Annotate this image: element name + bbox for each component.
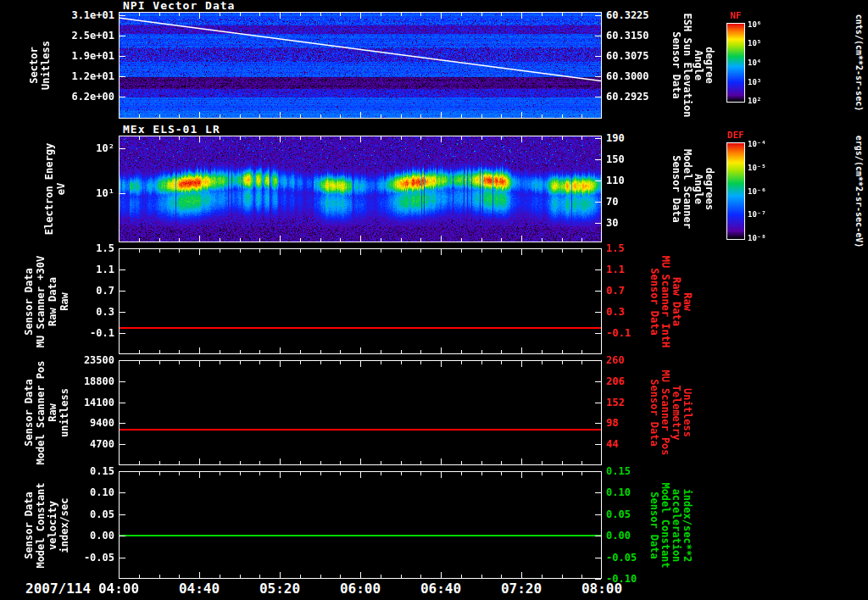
colorbar-tick-label: 10⁶	[748, 20, 761, 28]
colorbar-tick-label: 10³	[748, 78, 761, 86]
x-tick-mark	[481, 238, 482, 242]
right-y-tick-label: 0.15	[606, 466, 631, 476]
x-tick-mark	[401, 249, 402, 253]
x-axis-time-label: 05:20	[259, 582, 300, 596]
x-tick-mark	[259, 13, 260, 16]
x-tick-mark	[259, 350, 260, 353]
x-tick-mark	[199, 112, 200, 118]
x-tick-mark	[340, 136, 341, 140]
x-tick-mark	[340, 13, 341, 16]
x-tick-mark	[220, 114, 220, 118]
x-tick-mark	[441, 472, 442, 478]
y-tick-label: -0.05	[84, 553, 114, 563]
y-axis-title-line: Sensor Data	[24, 379, 35, 446]
right-axis-title-line: Angle	[693, 50, 704, 81]
x-tick-mark	[581, 238, 582, 242]
x-tick-mark	[240, 361, 241, 364]
x-tick-mark	[159, 249, 160, 253]
colorbar-tick-label: 10²	[748, 97, 761, 105]
x-tick-mark	[340, 361, 341, 364]
x-tick-mark	[179, 13, 180, 16]
colorbar-label: DEF	[727, 131, 744, 140]
x-tick-mark	[501, 361, 502, 364]
x-tick-mark	[280, 472, 281, 478]
y-tick-mark	[120, 360, 125, 361]
right-axis-title-line: ESH Sun Elevation	[682, 14, 693, 118]
x-tick-mark	[401, 575, 402, 578]
x-tick-mark	[179, 472, 180, 475]
x-tick-mark	[581, 361, 582, 364]
x-tick-mark	[461, 238, 462, 242]
x-tick-mark	[220, 461, 220, 464]
x-tick-mark	[542, 238, 542, 242]
right-y-tick-mark	[595, 291, 601, 292]
x-tick-mark	[521, 572, 522, 578]
x-tick-mark	[320, 575, 321, 578]
x-tick-mark	[159, 238, 160, 242]
y-axis-title-line: Sensor Data	[24, 492, 35, 558]
x-tick-mark	[139, 461, 140, 464]
x-tick-mark	[461, 136, 462, 140]
right-y-tick-mark	[595, 202, 601, 203]
y-tick-mark	[120, 193, 125, 194]
x-tick-mark	[581, 136, 582, 140]
x-tick-mark	[481, 472, 482, 475]
x-tick-mark	[401, 472, 402, 475]
x-tick-mark	[159, 350, 160, 353]
x-tick-mark	[481, 461, 482, 464]
series-line-mu-scanner-30v	[120, 327, 601, 329]
x-tick-mark	[562, 13, 563, 16]
y-tick-mark	[120, 248, 125, 249]
x-tick-mark	[381, 361, 381, 364]
x-tick-mark	[340, 472, 341, 475]
x-tick-mark	[441, 249, 442, 255]
x-tick-mark	[420, 249, 421, 253]
x-tick-mark	[300, 472, 301, 475]
x-tick-mark	[139, 136, 140, 140]
x-tick-mark	[521, 112, 522, 118]
panel-mu-scanner-30v	[119, 248, 602, 354]
y-tick-label: 1.1	[96, 264, 114, 275]
series-line-scanner-pos	[120, 429, 601, 431]
x-tick-mark	[441, 347, 442, 353]
x-tick-mark	[220, 238, 220, 242]
x-tick-mark	[280, 136, 281, 142]
x-tick-mark	[179, 249, 180, 253]
x-tick-mark	[259, 575, 260, 578]
y-axis-title-line: velocity	[47, 501, 58, 550]
x-tick-mark	[381, 136, 381, 140]
x-tick-mark	[199, 361, 200, 367]
y-tick-label: 10¹	[96, 188, 114, 198]
right-y-tick-label: -0.1	[606, 328, 631, 338]
x-axis-time-label: 08:00	[581, 582, 622, 596]
right-y-tick-label: 0.7	[606, 286, 625, 296]
x-tick-mark	[521, 458, 522, 464]
right-axis-title-line: MU Scanner IntH	[659, 255, 670, 347]
right-axis-title-line: Sensor Data	[648, 268, 659, 335]
npi-spectrogram-canvas	[120, 13, 601, 118]
x-tick-mark	[159, 472, 160, 475]
x-tick-mark	[340, 249, 341, 253]
colorbar-tick-label: 10⁻⁵	[748, 164, 766, 171]
right-y-tick-mark	[595, 181, 601, 181]
x-tick-mark	[259, 114, 260, 118]
x-tick-mark	[280, 249, 281, 255]
right-y-tick-mark	[595, 138, 601, 139]
x-tick-mark	[481, 361, 482, 364]
x-axis-time-label: 04:40	[179, 582, 220, 596]
x-tick-mark	[300, 350, 301, 353]
x-tick-mark	[401, 114, 402, 118]
x-tick-mark	[159, 361, 160, 364]
x-tick-mark	[542, 361, 542, 364]
x-tick-mark	[581, 472, 582, 475]
x-tick-mark	[139, 13, 140, 16]
x-tick-mark	[199, 572, 200, 578]
y-tick-mark	[120, 36, 125, 36]
panel-scanner-pos	[119, 360, 602, 465]
right-y-tick-mark	[595, 248, 601, 249]
x-tick-mark	[501, 136, 502, 140]
right-y-tick-label: 206	[606, 376, 625, 386]
x-tick-mark	[199, 472, 200, 478]
x-tick-mark	[220, 472, 220, 475]
y-axis-title-line: MU Scanner +30V	[36, 255, 47, 347]
